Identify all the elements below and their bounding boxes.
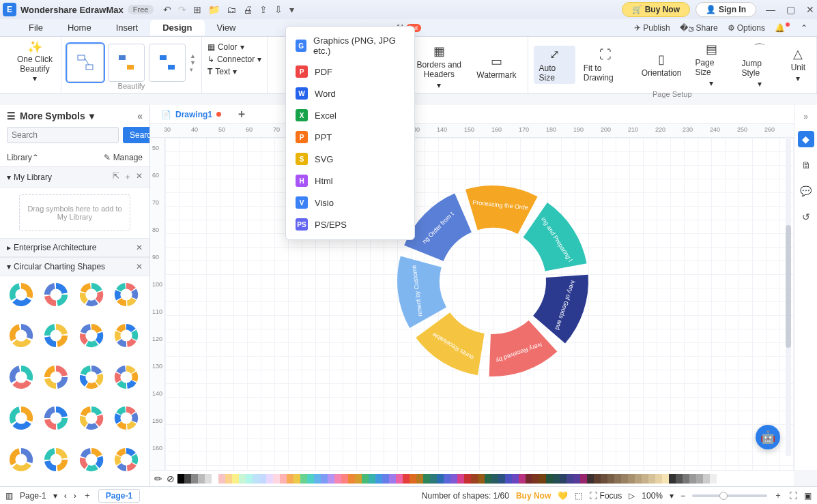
zoom-out-icon[interactable]: − [680,491,685,501]
color-swatch[interactable] [628,474,635,484]
color-swatch[interactable] [498,474,505,484]
jump-style-button[interactable]: ⌒Jump Style▾ [736,40,782,90]
color-swatch[interactable] [567,474,573,484]
borders-headers-button[interactable]: ▦Borders and Headers▾ [410,42,468,91]
color-swatch[interactable] [362,474,369,484]
page-size-button[interactable]: ▤Page Size▾ [689,40,733,89]
color-swatch[interactable] [526,474,532,484]
ai-assistant-button[interactable]: 🤖 [756,425,780,449]
color-swatch[interactable] [689,474,696,484]
one-click-beautify-button[interactable]: ✨ One Click Beautify▾ [5,40,64,83]
color-swatch[interactable] [539,474,546,484]
import-icon[interactable]: ⇩ [274,4,283,15]
color-swatch[interactable] [307,474,314,484]
panel-menu-icon[interactable]: ☰ [7,110,16,121]
color-swatch[interactable] [334,474,341,484]
tab-file[interactable]: File [16,20,55,35]
add-page-icon[interactable]: ＋ [83,490,91,501]
color-swatch[interactable] [328,474,334,484]
theme-card-1[interactable] [67,44,104,82]
shape-thumb[interactable] [77,321,106,350]
color-swatch[interactable] [491,474,498,484]
color-swatch[interactable] [560,474,567,484]
color-swatch[interactable] [662,474,669,484]
color-swatch[interactable] [191,474,198,484]
color-swatch[interactable] [437,474,444,484]
sign-in-button[interactable]: 👤 Sign In [696,2,756,17]
shape-thumb[interactable] [77,445,106,474]
color-swatch[interactable] [232,474,239,484]
export-graphics[interactable]: GGraphics (PNG, JPG etc.) [286,31,414,61]
color-swatch[interactable] [642,474,648,484]
library-label[interactable]: Library [7,153,32,162]
export-excel[interactable]: XExcel [286,104,414,126]
color-swatch[interactable] [471,474,478,484]
color-picker-icon[interactable]: ✏ [154,473,162,484]
donut-chart[interactable]: Processing the Ordeing and Preparing Iiv… [390,179,595,383]
color-swatch[interactable] [621,474,628,484]
more-symbols-title[interactable]: More Symbols [20,110,85,121]
color-swatch[interactable] [382,474,389,484]
page-tab[interactable]: Page-1 [98,489,140,503]
auto-size-button[interactable]: ⤢Auto Size [534,46,575,84]
color-swatch[interactable] [601,474,607,484]
color-swatch[interactable] [259,474,266,484]
tab-insert[interactable]: Insert [104,20,151,35]
print-icon[interactable]: 🖨 [243,4,253,15]
manage-button[interactable]: ✎ Manage [104,153,143,162]
minimize-icon[interactable]: — [766,4,775,15]
notifications-icon[interactable]: 🔔 [775,23,791,33]
color-swatch[interactable] [635,474,642,484]
connector-dropdown[interactable]: ↳ Connector ▾ [207,55,261,64]
layout-view-icon[interactable]: ▥ [5,491,13,501]
collapse-panel-icon[interactable]: « [137,110,143,121]
shape-thumb[interactable] [7,321,35,350]
color-swatch[interactable] [444,474,450,484]
shape-thumb[interactable] [112,404,141,432]
color-swatch[interactable] [464,474,471,484]
color-swatch[interactable] [532,474,539,484]
color-swatch[interactable] [669,474,676,484]
theme-gallery-nav[interactable]: ▲▼▾ [190,44,196,82]
color-swatch[interactable] [580,474,587,484]
enterprise-arch-section[interactable]: ▸ Enterprise Architecture✕ [0,238,149,257]
color-swatch[interactable] [416,474,423,484]
focus-mode-button[interactable]: ⛶ Focus [589,491,622,501]
open-icon[interactable]: 📁 [208,4,220,15]
shape-thumb[interactable] [77,363,106,391]
color-swatch[interactable] [239,474,246,484]
shape-thumb[interactable] [42,321,70,350]
close-section-icon[interactable]: ✕ [136,262,143,271]
fit-page-icon[interactable]: ⛶ [789,491,797,501]
shape-thumb[interactable] [7,280,35,309]
shape-thumb[interactable] [112,445,141,474]
collapse-ribbon-icon[interactable]: ⌃ [801,23,807,33]
qat-more-icon[interactable]: ▾ [289,4,294,15]
circular-charting-section[interactable]: ▾ Circular Charting Shapes✕ [0,257,149,276]
color-swatch[interactable] [212,474,218,484]
prev-page-icon[interactable]: ‹ [64,491,67,501]
tab-home[interactable]: Home [55,20,104,35]
color-swatch[interactable] [519,474,526,484]
buy-now-status[interactable]: Buy Now [516,491,551,501]
color-swatch[interactable] [710,474,717,484]
shape-thumb[interactable] [7,404,35,432]
color-swatch[interactable] [450,474,457,484]
color-dropdown[interactable]: ▦ Color ▾ [207,42,261,52]
export-visio[interactable]: VVisio [286,192,414,213]
page-panel-icon[interactable]: 🗎 [798,157,814,173]
buy-now-button[interactable]: 🛒 Buy Now [622,2,690,17]
save-icon[interactable]: 🗂 [227,4,236,15]
vertical-scrollbar[interactable] [786,136,791,456]
export-ps-eps[interactable]: PSPS/EPS [286,213,414,235]
export-icon[interactable]: ⇪ [259,4,268,15]
color-swatch[interactable] [246,474,253,484]
shape-thumb[interactable] [42,280,70,309]
color-swatch[interactable] [607,474,614,484]
color-swatch[interactable] [355,474,362,484]
color-swatch[interactable] [396,474,403,484]
library-drop-zone[interactable]: Drag symbols here to add to My Library [19,194,130,231]
search-input[interactable] [7,127,119,143]
search-button[interactable]: Search [123,127,150,143]
layers-icon[interactable]: ⬚ [575,491,582,501]
